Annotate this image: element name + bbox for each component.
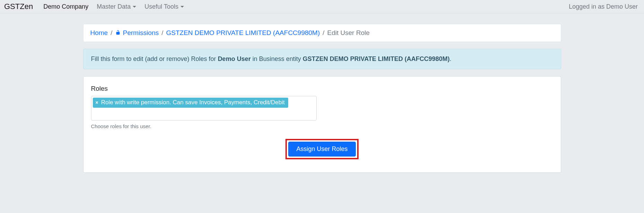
breadcrumb-separator: / xyxy=(323,29,324,37)
highlight-annotation: Assign User Roles xyxy=(285,139,358,159)
nav-user-menu[interactable]: Logged in as Demo User xyxy=(569,3,640,10)
nav-item-company[interactable]: Demo Company xyxy=(43,3,88,10)
info-alert: Fill this form to edit (add or remove) R… xyxy=(83,49,561,69)
nav-item-label: Useful Tools xyxy=(144,3,178,10)
roles-multiselect[interactable]: × Role with write permission. Can save I… xyxy=(91,96,317,121)
remove-role-icon[interactable]: × xyxy=(96,100,98,105)
breadcrumb-permissions[interactable]: Permissions xyxy=(115,29,159,37)
breadcrumb-entity[interactable]: GSTZEN DEMO PRIVATE LIMITED (AAFCC9980M) xyxy=(166,29,320,37)
nav-item-label: Demo Company xyxy=(43,3,88,10)
alert-entity: GSTZEN DEMO PRIVATE LIMITED (AAFCC9980M) xyxy=(303,55,450,62)
alert-text-suffix: . xyxy=(450,55,451,62)
roles-help-text: Choose roles for this user. xyxy=(91,123,553,129)
role-tag-label: Role with write permission. Can save Inv… xyxy=(101,99,285,106)
alert-user: Demo User xyxy=(218,55,251,62)
edit-role-card: Roles × Role with write permission. Can … xyxy=(83,76,561,173)
navbar: GSTZen Demo Company Master Data Useful T… xyxy=(0,0,644,14)
unlock-icon xyxy=(115,29,123,36)
breadcrumb-home[interactable]: Home xyxy=(90,29,108,37)
breadcrumb-current: Edit User Role xyxy=(327,29,370,37)
submit-row: Assign User Roles xyxy=(91,139,553,159)
chevron-down-icon xyxy=(133,6,136,8)
breadcrumb: Home / Permissions / GSTZEN DEMO PRIVATE… xyxy=(83,24,561,42)
breadcrumb-separator: / xyxy=(161,29,163,37)
alert-text-mid: in Business entity xyxy=(251,55,303,62)
role-tag: × Role with write permission. Can save I… xyxy=(93,98,288,108)
roles-label: Roles xyxy=(91,85,553,92)
navbar-brand[interactable]: GSTZen xyxy=(4,2,33,11)
nav-item-master-data[interactable]: Master Data xyxy=(97,3,136,10)
alert-text-prefix: Fill this form to edit (add or remove) R… xyxy=(91,55,218,62)
assign-user-roles-button[interactable]: Assign User Roles xyxy=(288,142,355,157)
nav-item-useful-tools[interactable]: Useful Tools xyxy=(144,3,184,10)
chevron-down-icon xyxy=(180,6,184,8)
breadcrumb-permissions-label: Permissions xyxy=(123,29,159,36)
nav-item-label: Master Data xyxy=(97,3,131,10)
nav-user-label: Logged in as Demo User xyxy=(569,3,638,10)
breadcrumb-separator: / xyxy=(111,29,112,37)
